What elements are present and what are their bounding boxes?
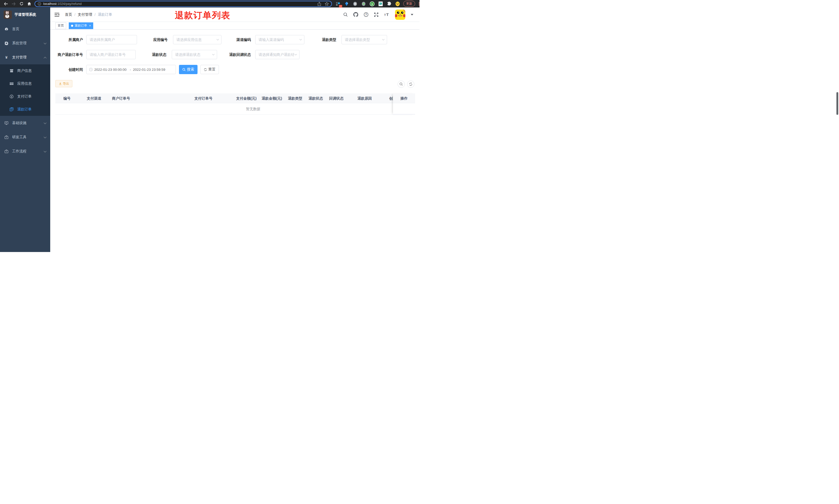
refund-type-select[interactable] xyxy=(341,35,387,44)
col-refund-type: 退款类型 xyxy=(288,93,302,103)
merchant-refund-no-input[interactable] xyxy=(86,50,136,59)
browser-home-icon[interactable] xyxy=(25,1,33,7)
extension-chat-icon[interactable] xyxy=(378,1,383,6)
extension-kite-icon[interactable] xyxy=(344,1,349,6)
extension-emoji-icon[interactable] xyxy=(395,1,400,6)
extension-y-icon[interactable]: y xyxy=(370,1,375,6)
chevron-down-icon xyxy=(43,121,47,125)
app-select[interactable] xyxy=(173,35,221,44)
refresh-icon xyxy=(409,83,413,86)
browser-menu-icon[interactable] xyxy=(418,2,420,5)
tags-view-bar: 首页 退款订单 × xyxy=(50,22,420,30)
sidebar-item-pay[interactable]: ¥ 支付管理 xyxy=(0,50,50,64)
table-refresh-button[interactable] xyxy=(407,80,414,88)
tag-refund-order[interactable]: 退款订单 × xyxy=(69,22,93,29)
sidebar-item-merchant-info[interactable]: 商户信息 xyxy=(0,64,50,77)
browser-back-icon[interactable] xyxy=(2,1,10,7)
sidebar-item-pay-order[interactable]: 支付订单 xyxy=(0,90,50,103)
col-create-time: 创建时间 xyxy=(389,93,393,103)
breadcrumb-home[interactable]: 首页 xyxy=(65,12,72,17)
site-info-icon[interactable] xyxy=(38,2,41,6)
table-search-toggle-button[interactable] xyxy=(398,80,405,88)
filter-label-notify-status: 退款回调状态 xyxy=(222,50,251,59)
sidebar-item-infra[interactable]: 基础设施 xyxy=(0,116,50,130)
col-refund-reason: 退款原因 xyxy=(357,93,372,103)
reset-button[interactable]: 重置 xyxy=(200,65,219,74)
page-content: 所属商户 应用编号 渠道编码 退款类型 xyxy=(50,30,420,252)
page-title-annotation: 退款订单列表 xyxy=(175,10,231,21)
notify-status-select[interactable] xyxy=(255,50,300,59)
svg-text:y: y xyxy=(371,2,373,5)
create-time-range-picker[interactable]: 2022-01-23 00:00:00 - 2022-01-23 23:59:5… xyxy=(86,65,176,74)
filter-label-refund-status: 退款状态 xyxy=(138,50,166,59)
extension-diamond-icon[interactable]: 10 xyxy=(336,1,341,6)
browser-forward-icon[interactable] xyxy=(10,1,18,7)
sidebar-item-label: 研发工具 xyxy=(12,135,26,140)
sidebar-item-app-info[interactable]: 应用信息 xyxy=(0,77,50,90)
shop-icon xyxy=(10,69,14,73)
sidebar-item-refund-order[interactable]: 退款订单 xyxy=(0,103,50,116)
extensions-puzzle-icon[interactable] xyxy=(387,1,392,6)
sidebar-item-label: 退款订单 xyxy=(17,107,32,112)
url-path: :1024/pay/refund xyxy=(56,2,82,6)
fullscreen-icon[interactable] xyxy=(374,12,378,17)
extension-record-icon[interactable] xyxy=(361,1,366,6)
empty-text: 暂无数据 xyxy=(246,103,260,114)
chevron-up-icon xyxy=(43,55,47,59)
app-title: 芋道管理系统 xyxy=(14,12,36,17)
filter-label-merchant-refund-no: 商户退款订单号 xyxy=(52,50,83,59)
sidebar-item-label: 首页 xyxy=(12,27,19,31)
briefcase-icon xyxy=(4,149,8,154)
sidebar-item-label: 工作流程 xyxy=(12,149,26,154)
extension-command-icon[interactable]: ⌘ xyxy=(353,1,358,6)
sidebar-item-system[interactable]: 系统管理 xyxy=(0,36,50,50)
tag-close-icon[interactable]: × xyxy=(89,24,91,27)
sidebar-collapse-icon[interactable] xyxy=(55,13,59,17)
address-bar[interactable]: localhost:1024/pay/refund xyxy=(35,1,332,7)
breadcrumb-current: 退款订单 xyxy=(98,12,112,17)
monitor-chart-icon xyxy=(4,121,8,125)
share-icon[interactable] xyxy=(318,2,321,6)
sidebar-item-label: 系统管理 xyxy=(12,41,26,46)
avatar-dropdown-caret-icon[interactable] xyxy=(411,14,413,15)
sidebar-item-label: 支付订单 xyxy=(17,94,32,99)
merchant-input[interactable] xyxy=(86,35,137,44)
refund-status-select[interactable] xyxy=(172,50,217,59)
browser-update-button[interactable]: 更新 xyxy=(403,1,415,7)
search-button[interactable]: 搜索 xyxy=(179,65,197,74)
sidebar-item-workflow[interactable]: 工作流程 xyxy=(0,144,50,158)
help-icon[interactable]: ? xyxy=(363,12,369,17)
tag-home[interactable]: 首页 xyxy=(55,22,66,29)
sidebar-item-home[interactable]: 首页 xyxy=(0,22,50,36)
export-button[interactable]: 导出 xyxy=(55,80,72,87)
filter-label-refund-type: 退款类型 xyxy=(308,35,336,44)
channel-select[interactable] xyxy=(255,35,304,44)
toolbox-icon xyxy=(4,135,8,139)
col-notify-status: 回调状态 xyxy=(329,93,343,103)
browser-reload-icon[interactable] xyxy=(18,1,25,7)
date-end-value[interactable]: 2022-01-23 23:59:59 xyxy=(133,68,166,72)
search-icon[interactable] xyxy=(343,12,348,17)
chevron-down-icon xyxy=(294,54,297,56)
app-logo xyxy=(4,11,12,19)
svg-text:T: T xyxy=(384,14,386,17)
col-merchant-order-no: 商户订单号 xyxy=(112,93,130,103)
font-size-icon[interactable]: TT xyxy=(384,12,390,17)
yen-circle-icon xyxy=(10,94,14,98)
sidebar-item-dev-tools[interactable]: 研发工具 xyxy=(0,130,50,144)
user-avatar[interactable] xyxy=(395,10,405,20)
grid-icon xyxy=(10,82,14,86)
breadcrumb-pay[interactable]: 支付管理 xyxy=(78,12,92,17)
search-icon xyxy=(399,83,403,86)
dashboard-icon xyxy=(4,27,8,31)
table-header: 编号 支付渠道 商户订单号 支付订单号 支付金额(元) 退款金额(元) 退款类型… xyxy=(55,93,415,103)
app-logo-row[interactable]: 芋道管理系统 xyxy=(0,7,50,22)
download-icon xyxy=(59,82,62,85)
bookmark-star-icon[interactable] xyxy=(325,2,329,6)
url-host: localhost xyxy=(43,2,56,6)
date-start-value[interactable]: 2022-01-23 00:00:00 xyxy=(94,68,128,72)
browser-toolbar: localhost:1024/pay/refund 10 ⌘ y xyxy=(0,0,420,7)
refresh-icon xyxy=(204,68,207,71)
github-icon[interactable] xyxy=(353,12,358,17)
sidebar-item-label: 应用信息 xyxy=(17,82,32,86)
